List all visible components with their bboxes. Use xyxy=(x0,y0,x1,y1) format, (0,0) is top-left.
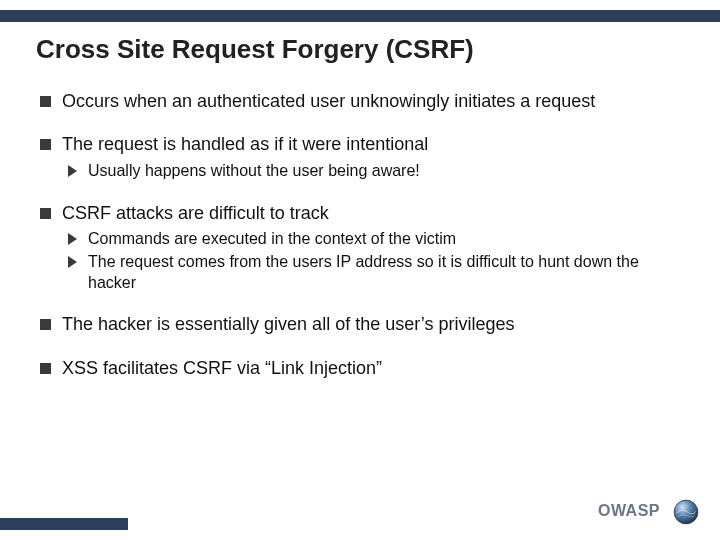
bullet-text: CSRF attacks are difficult to track xyxy=(62,203,329,223)
bullet-text: The request is handled as if it were int… xyxy=(62,134,428,154)
bullet-text: Occurs when an authenticated user unknow… xyxy=(62,91,595,111)
bullet-text: Commands are executed in the context of … xyxy=(88,230,456,247)
list-item: XSS facilitates CSRF via “Link Injection… xyxy=(36,357,684,380)
footer-bar xyxy=(0,518,128,530)
bullet-text: The hacker is essentially given all of t… xyxy=(62,314,515,334)
sub-bullet-list: Usually happens without the user being a… xyxy=(66,161,684,182)
list-item: Usually happens without the user being a… xyxy=(66,161,684,182)
slide-title: Cross Site Request Forgery (CSRF) xyxy=(36,34,474,65)
footer-org-label: OWASP xyxy=(598,502,660,520)
bullet-list: Occurs when an authenticated user unknow… xyxy=(36,90,684,380)
slide-content: Occurs when an authenticated user unknow… xyxy=(36,90,684,400)
bullet-text: The request comes from the users IP addr… xyxy=(88,253,639,291)
list-item: Occurs when an authenticated user unknow… xyxy=(36,90,684,113)
header-bar xyxy=(0,10,720,22)
owasp-logo-icon xyxy=(672,498,700,526)
list-item: The request is handled as if it were int… xyxy=(36,133,684,181)
bullet-text: XSS facilitates CSRF via “Link Injection… xyxy=(62,358,382,378)
list-item: CSRF attacks are difficult to track Comm… xyxy=(36,202,684,294)
sub-bullet-list: Commands are executed in the context of … xyxy=(66,229,684,293)
list-item: The request comes from the users IP addr… xyxy=(66,252,684,294)
slide: Cross Site Request Forgery (CSRF) Occurs… xyxy=(0,0,720,540)
list-item: The hacker is essentially given all of t… xyxy=(36,313,684,336)
list-item: Commands are executed in the context of … xyxy=(66,229,684,250)
bullet-text: Usually happens without the user being a… xyxy=(88,162,420,179)
